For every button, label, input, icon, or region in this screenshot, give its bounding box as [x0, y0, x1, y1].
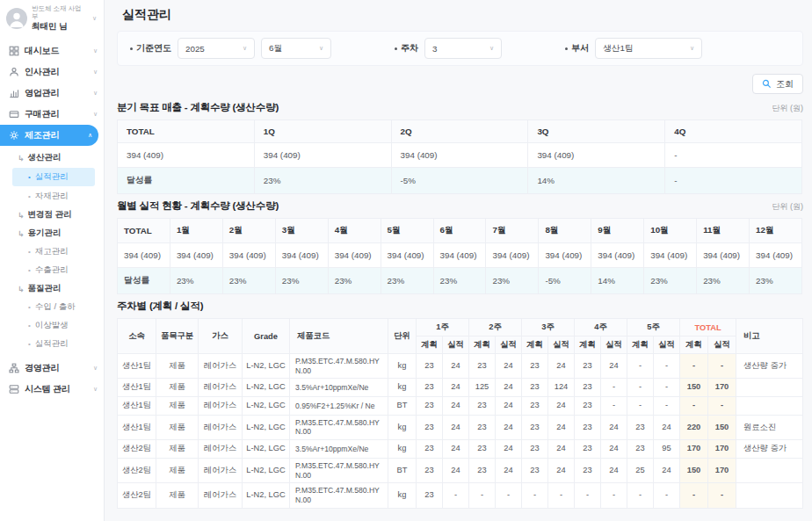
bullet-icon: • — [28, 340, 31, 348]
week-value-cell: - — [654, 379, 680, 397]
column-header: 6월 — [433, 219, 486, 243]
sidebar-submenu-item[interactable]: •자재관리 — [0, 187, 104, 206]
column-header: 5월 — [381, 219, 433, 243]
gas-cell: 레어가스 — [199, 440, 243, 459]
sidebar-item-sales[interactable]: 영업관리∨ — [0, 83, 104, 104]
week-value-cell: - — [496, 483, 522, 508]
total-plan-cell: - — [680, 483, 708, 508]
week-value-cell: 24 — [601, 354, 627, 379]
filter-bar: 기준연도 2025 ∨ 6월 ∨ 주차 3 ∨ 부서 생산1팀 ∨ — [117, 31, 803, 66]
note-column-header: 비고 — [736, 319, 803, 354]
product-code-cell: P.M35.ETC.47.M.580.HYN.00 — [290, 354, 388, 379]
sidebar-subgroup-label: 생산관리 — [28, 152, 62, 163]
search-button[interactable]: 조회 — [752, 74, 803, 94]
week-value-cell: 23 — [522, 458, 548, 482]
week-value-cell: 23 — [469, 397, 496, 416]
sidebar-submenu-item[interactable]: •수입 / 출하 — [0, 298, 104, 316]
sidebar-item-gear[interactable]: 제조관리∧ — [0, 125, 98, 146]
dept-select-value: 생산1팀 — [603, 43, 634, 54]
week-value-cell: 23 — [522, 397, 548, 416]
week-value-cell: 23 — [575, 379, 601, 397]
grade-cell: L-N2, LGC — [243, 379, 290, 397]
sidebar-submenu-item[interactable]: •실적관리 — [0, 335, 104, 353]
total-plan-cell: 170 — [680, 440, 708, 459]
table-row: 달성률23%-5%14%- — [118, 168, 802, 194]
sidebar-submenu-item[interactable]: •재고관리 — [0, 242, 104, 261]
grade-cell: L-N2, LGC — [243, 354, 290, 379]
actual-subheader: 실적 — [654, 336, 680, 354]
sidebar-submenu-item[interactable]: •수출관리 — [0, 261, 104, 279]
sidebar-item-purchase[interactable]: 구매관리∨ — [0, 104, 104, 125]
note-cell — [736, 483, 803, 508]
sidebar-subgroup[interactable]: ↳생산관리 — [0, 148, 104, 167]
week-value-cell: 24 — [654, 458, 680, 482]
weekly-table: 소속품목구분가스Grade제품코드단위1주2주3주4주5주TOTAL비고계획실적… — [117, 318, 803, 509]
table-row: 소속품목구분가스Grade제품코드단위1주2주3주4주5주TOTAL비고 — [118, 319, 803, 336]
value-cell: 394 (409) — [433, 243, 486, 268]
actual-subheader: 실적 — [496, 336, 522, 354]
value-cell: 394 (409) — [118, 243, 170, 268]
product-code-cell: 3.5%Ar+10ppmXe/Ne — [290, 379, 388, 397]
unit-cell: kg — [388, 354, 417, 379]
column-header: Grade — [243, 319, 290, 354]
chevron-down-icon: ∨ — [93, 386, 98, 393]
table-head: TOTAL1Q2Q3Q4Q — [118, 120, 802, 143]
sidebar-item-system[interactable]: 시스템 관리∨ — [0, 379, 104, 400]
rate-cell: 23% — [486, 268, 539, 294]
product-code-cell: P.M35.ETC.47.M.580.HYN.00 — [290, 458, 388, 482]
week-value-cell: 24 — [548, 415, 575, 439]
sidebar-item-people[interactable]: 인사관리∨ — [0, 62, 104, 83]
table-row: TOTAL1Q2Q3Q4Q — [118, 120, 802, 143]
week-value-cell: 25 — [627, 458, 654, 482]
week-value-cell: 23 — [627, 440, 654, 459]
unit-cell: BT — [388, 458, 417, 482]
product-code-cell: P.M35.ETC.47.M.580.HYN.00 — [290, 415, 388, 439]
value-cell: 394 (409) — [644, 243, 697, 268]
week-value-cell: - — [654, 354, 680, 379]
week-value-cell: - — [601, 397, 627, 416]
week-value-cell: 23 — [417, 458, 443, 482]
sidebar-subgroup[interactable]: ↳변경점 관리 — [0, 206, 104, 224]
sidebar-subgroup[interactable]: ↳품질관리 — [0, 279, 104, 298]
value-cell: 394 (409) — [539, 243, 591, 268]
dept-select[interactable]: 생산1팀 ∨ — [595, 38, 702, 59]
table-row: TOTAL1월2월3월4월5월6월7월8월9월10월11월12월 — [118, 219, 802, 243]
avatar — [6, 8, 27, 29]
grade-cell: L-N2, LGC — [243, 483, 290, 508]
week-value-cell: - — [627, 379, 654, 397]
sidebar-subgroup-label: 변경점 관리 — [28, 209, 72, 221]
week-value-cell: 24 — [496, 397, 522, 416]
sidebar-subgroup[interactable]: ↳용기관리 — [0, 224, 104, 242]
week-value-cell: - — [654, 397, 680, 416]
sidebar-item-org[interactable]: 경영관리∨ — [0, 358, 104, 379]
plan-subheader: 계획 — [417, 336, 443, 354]
week-value-cell: 24 — [443, 440, 469, 459]
item-type-cell: 제품 — [156, 379, 199, 397]
week-value-cell: - — [627, 483, 654, 508]
sidebar-submenu-item[interactable]: •이상발생 — [0, 316, 104, 335]
user-profile[interactable]: 반도체 소재 사업부 최태민 님 ∨ — [0, 0, 104, 37]
rate-cell: 23% — [328, 268, 381, 294]
total-actual-cell: - — [708, 354, 736, 379]
week-value-cell: - — [443, 483, 469, 508]
week-value-cell: 24 — [601, 458, 627, 482]
week-value-cell: - — [469, 483, 496, 508]
chevron-down-icon: ∨ — [319, 45, 323, 52]
week-select[interactable]: 3 ∨ — [424, 38, 502, 59]
gear-icon — [9, 130, 19, 141]
sidebar-item-dashboard[interactable]: 대시보드∨ — [0, 40, 104, 62]
item-type-cell: 제품 — [156, 483, 199, 508]
column-header: 1Q — [254, 120, 391, 143]
total-actual-cell: 170 — [708, 440, 736, 459]
week-value-cell: 24 — [601, 440, 627, 459]
sidebar-submenu-item[interactable]: •실적관리 — [12, 168, 95, 186]
total-plan-cell: - — [680, 397, 708, 416]
week-value-cell: 24 — [496, 440, 522, 459]
year-select[interactable]: 2025 ∨ — [178, 38, 255, 59]
chevron-down-icon: ∨ — [489, 45, 494, 52]
sidebar-submenu: ↳생산관리•실적관리•자재관리↳변경점 관리↳용기관리•재고관리•수출관리↳품질… — [0, 146, 104, 358]
week-group-header: 2주 — [469, 319, 522, 336]
rate-cell: 14% — [591, 268, 644, 294]
column-header: 2Q — [391, 120, 528, 143]
month-select[interactable]: 6월 ∨ — [261, 38, 331, 59]
